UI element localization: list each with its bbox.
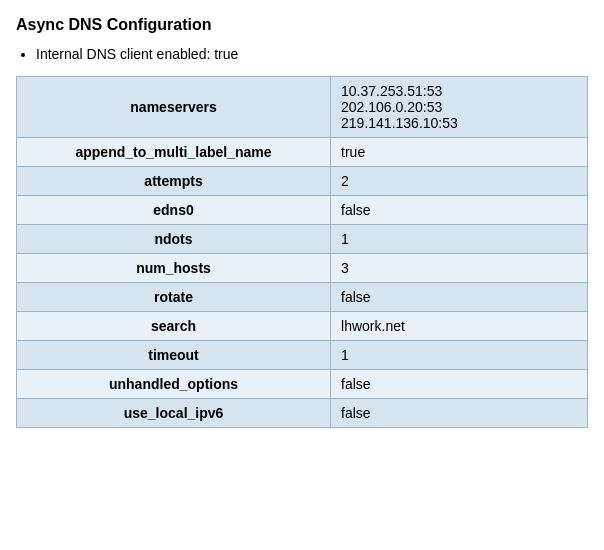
table-key-cell: num_hosts bbox=[17, 254, 331, 283]
nameserver-entry: 202.106.0.20:53 bbox=[341, 99, 577, 115]
table-row: use_local_ipv6false bbox=[17, 399, 588, 428]
nameserver-entry: 219.141.136.10:53 bbox=[341, 115, 577, 131]
table-row: nameservers10.37.253.51:53202.106.0.20:5… bbox=[17, 77, 588, 138]
table-value-cell: true bbox=[331, 138, 588, 167]
table-key-cell: timeout bbox=[17, 341, 331, 370]
table-value-cell: false bbox=[331, 399, 588, 428]
table-value-cell: 2 bbox=[331, 167, 588, 196]
table-key-cell: edns0 bbox=[17, 196, 331, 225]
table-value-cell: lhwork.net bbox=[331, 312, 588, 341]
table-key-cell: nameservers bbox=[17, 77, 331, 138]
table-row: edns0false bbox=[17, 196, 588, 225]
table-key-cell: rotate bbox=[17, 283, 331, 312]
table-row: rotatefalse bbox=[17, 283, 588, 312]
table-value-cell: false bbox=[331, 370, 588, 399]
table-key-cell: append_to_multi_label_name bbox=[17, 138, 331, 167]
internal-dns-label: Internal DNS client enabled: true bbox=[36, 46, 588, 62]
table-value-cell: 1 bbox=[331, 341, 588, 370]
table-row: num_hosts3 bbox=[17, 254, 588, 283]
table-key-cell: use_local_ipv6 bbox=[17, 399, 331, 428]
table-value-cell: false bbox=[331, 196, 588, 225]
table-row: append_to_multi_label_nametrue bbox=[17, 138, 588, 167]
table-row: unhandled_optionsfalse bbox=[17, 370, 588, 399]
table-row: searchlhwork.net bbox=[17, 312, 588, 341]
nameserver-entry: 10.37.253.51:53 bbox=[341, 83, 577, 99]
table-value-cell: 1 bbox=[331, 225, 588, 254]
dns-config-table: nameservers10.37.253.51:53202.106.0.20:5… bbox=[16, 76, 588, 428]
table-key-cell: attempts bbox=[17, 167, 331, 196]
table-key-cell: search bbox=[17, 312, 331, 341]
table-value-cell: 10.37.253.51:53202.106.0.20:53219.141.13… bbox=[331, 77, 588, 138]
table-row: timeout1 bbox=[17, 341, 588, 370]
table-value-cell: 3 bbox=[331, 254, 588, 283]
table-key-cell: unhandled_options bbox=[17, 370, 331, 399]
table-key-cell: ndots bbox=[17, 225, 331, 254]
table-row: ndots1 bbox=[17, 225, 588, 254]
table-value-cell: false bbox=[331, 283, 588, 312]
page-title: Async DNS Configuration bbox=[16, 16, 588, 34]
table-row: attempts2 bbox=[17, 167, 588, 196]
